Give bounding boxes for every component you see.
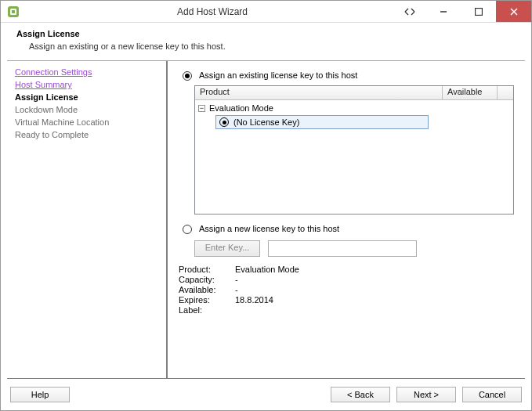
summary-expires-label: Expires:: [179, 295, 235, 305]
radio-selected-icon: [219, 117, 229, 127]
radio-new-key[interactable]: [183, 225, 192, 234]
radio-existing-label: Assign an existing license key to this h…: [199, 70, 357, 80]
summary-label-label: Label:: [179, 305, 235, 315]
summary-product-value: Evaluation Mode: [235, 265, 299, 275]
summary-available-value: -: [235, 285, 299, 295]
tree-header: Product Available: [195, 86, 513, 100]
step-connection-settings[interactable]: Connection Settings: [15, 66, 158, 78]
tree-body: − Evaluation Mode (No License Key): [195, 100, 513, 131]
tree-group-row[interactable]: − Evaluation Mode: [198, 102, 510, 114]
window-controls: [425, 1, 531, 22]
page-subtitle: Assign an existing or a new license key …: [29, 41, 516, 51]
radio-existing-key[interactable]: [183, 71, 192, 81]
maximize-button[interactable]: [461, 1, 496, 22]
radio-new-label: Assign a new license key to this host: [199, 224, 339, 233]
minimize-button[interactable]: [425, 1, 461, 22]
app-icon: [4, 2, 23, 21]
window-title: Add Host Wizard: [26, 6, 399, 17]
summary-expires-value: 18.8.2014: [235, 295, 299, 305]
license-key-input[interactable]: [268, 240, 417, 257]
summary-capacity-value: -: [235, 275, 299, 285]
col-scroll-spacer: [498, 86, 513, 99]
svg-rect-2: [12, 10, 15, 13]
wizard-content: Assign an existing license key to this h…: [168, 61, 525, 378]
step-vm-location: Virtual Machine Location: [15, 116, 158, 128]
enter-key-row: Enter Key...: [194, 240, 514, 257]
step-ready-to-complete: Ready to Complete: [15, 128, 158, 141]
radio-existing-row[interactable]: Assign an existing license key to this h…: [179, 69, 514, 81]
col-available[interactable]: Available: [443, 86, 498, 99]
summary-label-value: [235, 305, 299, 315]
summary-capacity-label: Capacity:: [179, 275, 235, 285]
tree-leaf-no-license[interactable]: (No License Key): [215, 115, 429, 129]
tree-group-label: Evaluation Mode: [209, 103, 273, 113]
back-button[interactable]: < Back: [331, 387, 390, 402]
license-summary: Product:Evaluation Mode Capacity:- Avail…: [179, 265, 514, 315]
wizard-header: Assign License Assign an existing or a n…: [1, 23, 531, 60]
step-host-summary[interactable]: Host Summary: [15, 78, 158, 91]
enter-key-button[interactable]: Enter Key...: [194, 240, 260, 257]
cancel-button[interactable]: Cancel: [462, 387, 522, 402]
titlebar: Add Host Wizard: [1, 1, 531, 23]
radio-new-row[interactable]: Assign a new license key to this host: [179, 222, 514, 234]
close-button[interactable]: [496, 1, 531, 22]
wizard-window: Add Host Wizard Assign License Assign an…: [0, 0, 532, 411]
restore-move-icon[interactable]: [399, 2, 421, 21]
summary-product-label: Product:: [179, 265, 235, 275]
license-tree[interactable]: Product Available − Evaluation Mode (No …: [194, 85, 514, 215]
step-lockdown-mode: Lockdown Mode: [15, 103, 158, 116]
collapse-icon[interactable]: −: [198, 105, 205, 112]
step-assign-license: Assign License: [15, 91, 158, 103]
summary-available-label: Available:: [179, 285, 235, 295]
col-product[interactable]: Product: [195, 86, 443, 99]
help-button[interactable]: Help: [10, 387, 70, 402]
next-button[interactable]: Next >: [396, 387, 456, 402]
wizard-steps-sidebar: Connection Settings Host Summary Assign …: [7, 61, 168, 378]
wizard-footer: Help < Back Next > Cancel: [1, 379, 531, 410]
svg-rect-4: [475, 8, 482, 15]
page-title: Assign License: [16, 29, 516, 38]
wizard-body: Connection Settings Host Summary Assign …: [7, 60, 525, 379]
tree-leaf-label: (No License Key): [233, 117, 299, 127]
